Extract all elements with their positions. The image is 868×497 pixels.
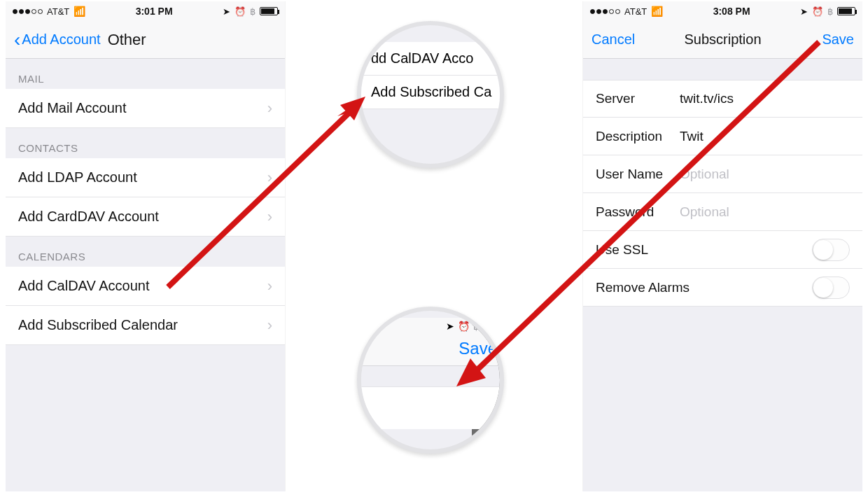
bluetooth-icon: ฿ — [827, 6, 833, 17]
row-description[interactable]: Description Twit — [583, 118, 862, 155]
row-remove-alarms: Remove Alarms — [583, 269, 862, 307]
cell-add-ldap-account[interactable]: Add LDAP Account › — [6, 158, 285, 197]
section-header-calendars: CALENDARS — [6, 237, 285, 267]
row-server[interactable]: Server twit.tv/ics — [583, 80, 862, 118]
field-label: User Name — [596, 167, 680, 182]
chevron-left-icon: ‹ — [14, 33, 20, 47]
chevron-right-icon: › — [267, 169, 272, 187]
bluetooth-icon: ฿ — [250, 6, 255, 17]
alarm-icon: ⏰ — [234, 6, 246, 17]
screenshot-subscription-form: AT&T 📶 3:08 PM ➤ ⏰ ฿ Cancel Subscription… — [582, 1, 862, 491]
password-field[interactable]: Optional — [680, 204, 850, 220]
alarm-icon: ⏰ — [812, 6, 823, 17]
save-button[interactable]: Save — [822, 31, 854, 48]
zoom-status-mini: ➤ ⏰ ฿ — [357, 318, 504, 333]
status-bar: AT&T 📶 3:08 PM ➤ ⏰ ฿ — [583, 1, 862, 21]
field-label: Server — [596, 91, 680, 106]
nav-bar: Cancel Subscription Save — [583, 21, 862, 59]
server-field[interactable]: twit.tv/ics — [680, 91, 850, 106]
row-use-ssl: Use SSL — [583, 231, 862, 269]
battery-icon — [837, 7, 855, 15]
cell-label: Add Subscribed Calendar — [18, 317, 178, 333]
status-time: 3:08 PM — [713, 6, 750, 17]
bluetooth-icon: ฿ — [473, 321, 479, 332]
carrier-label: AT&T — [47, 6, 69, 17]
cell-label: Add CalDAV Account — [18, 278, 150, 294]
field-label: Description — [596, 129, 680, 144]
location-icon: ➤ — [800, 6, 808, 17]
signal-dots-icon — [13, 9, 43, 14]
section-header-mail: MAIL — [6, 59, 285, 89]
cell-add-subscribed-calendar[interactable]: Add Subscribed Calendar › — [6, 306, 285, 345]
wifi-icon: 📶 — [74, 6, 85, 17]
screenshot-add-account-other: AT&T 📶 3:01 PM ➤ ⏰ ฿ ‹ Add Account Other… — [6, 1, 286, 491]
use-ssl-toggle[interactable] — [812, 239, 850, 261]
zoom-row-subscribed: Add Subscribed Ca — [361, 76, 500, 109]
chevron-right-icon: › — [267, 208, 272, 226]
nav-bar: ‹ Add Account Other — [6, 21, 285, 59]
battery-icon — [260, 7, 278, 15]
wifi-icon: 📶 — [651, 6, 663, 17]
row-username[interactable]: User Name Optional — [583, 155, 862, 193]
field-label: Password — [596, 204, 680, 220]
status-time: 3:01 PM — [136, 6, 173, 17]
cell-add-mail-account[interactable]: Add Mail Account › — [6, 89, 285, 128]
remove-alarms-toggle[interactable] — [812, 276, 850, 299]
carrier-label: AT&T — [624, 6, 647, 17]
battery-icon — [483, 322, 501, 330]
chevron-right-icon: › — [267, 316, 272, 335]
cell-add-caldav-account[interactable]: Add CalDAV Account › — [6, 267, 285, 306]
back-label: Add Account — [22, 31, 100, 48]
signal-dots-icon — [590, 9, 620, 14]
location-icon: ➤ — [223, 6, 230, 17]
username-field[interactable]: Optional — [680, 167, 850, 182]
location-icon: ➤ — [446, 321, 454, 332]
description-field[interactable]: Twit — [680, 129, 850, 144]
field-label: Use SSL — [596, 242, 648, 258]
cell-label: Add Mail Account — [18, 100, 127, 116]
zoom-save-label: Save — [357, 333, 504, 366]
chevron-right-icon: › — [267, 277, 272, 295]
alarm-icon: ⏰ — [458, 321, 470, 332]
cell-label: Add CardDAV Account — [18, 209, 159, 225]
zoom-callout-save: ➤ ⏰ ฿ Save — [357, 307, 504, 454]
zoom-callout-subscribed-calendar: dd CalDAV Acco Add Subscribed Ca — [357, 21, 504, 168]
row-password[interactable]: Password Optional — [583, 193, 862, 231]
back-button[interactable]: ‹ Add Account — [14, 31, 101, 48]
section-header-contacts: CONTACTS — [6, 128, 285, 158]
chevron-right-icon: › — [267, 99, 272, 118]
zoom-row-caldav: dd CalDAV Acco — [361, 42, 500, 76]
cancel-button[interactable]: Cancel — [592, 31, 635, 48]
field-label: Remove Alarms — [596, 280, 690, 295]
status-bar: AT&T 📶 3:01 PM ➤ ⏰ ฿ — [6, 1, 285, 21]
page-title: Other — [108, 31, 146, 49]
cell-label: Add LDAP Account — [18, 169, 137, 186]
cell-add-carddav-account[interactable]: Add CardDAV Account › — [6, 197, 285, 237]
